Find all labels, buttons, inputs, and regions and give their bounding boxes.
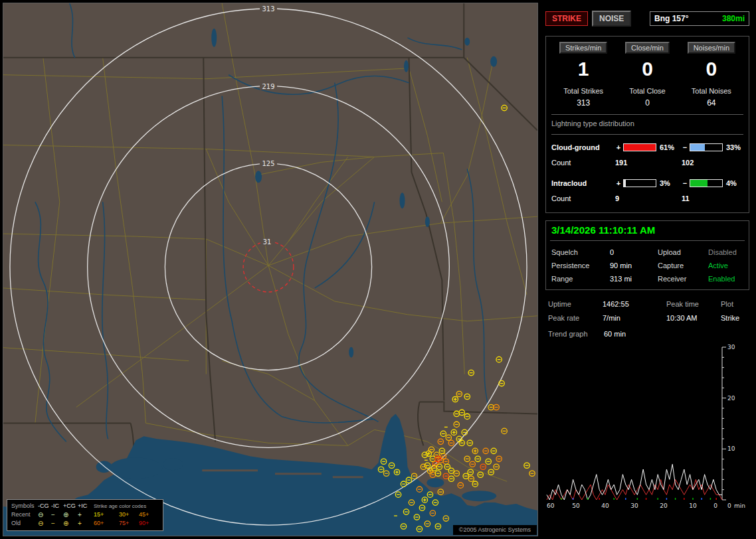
range-ring-label: 125 [262, 160, 274, 167]
strike-marker [524, 463, 529, 468]
persistence-value: 90 min [610, 262, 658, 270]
ic-negative-pct: 4% [723, 179, 747, 187]
strike-marker [475, 456, 480, 461]
strike-marker [452, 396, 458, 402]
strike-marker [470, 461, 475, 467]
range-ring-labels: 313 219 125 31 [260, 5, 277, 246]
trend-graph-value: 60 min [604, 330, 747, 338]
sidebar: STRIKE NOISE Bng 157° 380mi Strikes/min … [541, 3, 753, 536]
strike-marker [440, 431, 446, 436]
strike-marker [468, 370, 474, 375]
age-code: 15+ [94, 510, 119, 519]
cg-negative-count: 102 [680, 159, 747, 167]
strike-marker [496, 356, 502, 362]
strike-marker [456, 391, 462, 396]
datetime-display: 3/14/2026 11:10:11 AM [550, 221, 745, 241]
strike-marker [468, 476, 474, 481]
cg-positive-bar [623, 143, 656, 151]
age-code: 75+ [119, 519, 139, 528]
legend-row-label: Recent [11, 510, 38, 519]
strike-marker [454, 422, 459, 427]
rates-grid: Strikes/min 1 Total Strikes 313 Close/mi… [551, 42, 743, 108]
water-layer [3, 29, 537, 536]
cg-positive-bar-fill [624, 144, 656, 151]
strike-toggle-button[interactable]: STRIKE [545, 11, 588, 26]
legend-col-neg-ic: -IC [51, 502, 63, 510]
copyright-notice: ©2005 Astrogenic Systems [453, 525, 537, 535]
range-ring-label: 313 [262, 5, 274, 13]
strike-marker [430, 472, 435, 477]
total-strikes-label: Total Strikes [551, 87, 615, 95]
strike-marker [483, 448, 488, 453]
pos-cg-recent-icon: ⊕ [63, 510, 78, 519]
close-per-min-column: Close/min 0 Total Close 0 [615, 42, 679, 108]
strike-marker [440, 453, 446, 459]
range-ring-label: 219 [262, 83, 274, 90]
strike-marker [502, 428, 507, 433]
total-close-value: 0 [615, 98, 679, 108]
status-panel: 3/14/2026 11:10:11 AM Squelch 0 Upload D… [545, 220, 749, 290]
neg-cg-old-icon: ⊖ [38, 519, 51, 528]
receiver-value: Enabled [708, 275, 743, 283]
ic-positive-bar [623, 179, 656, 187]
trend-graph-label: Trend graph [548, 330, 604, 338]
strike-marker [438, 489, 443, 495]
persistence-label: Persistence [551, 262, 610, 270]
peak-rate-value: 7/min [603, 314, 666, 322]
strike-marker [463, 473, 468, 479]
neg-ic-old-icon: − [51, 519, 63, 528]
strike-marker [472, 481, 478, 487]
total-noises-label: Total Noises [680, 87, 743, 95]
distribution-title: Lightning type distribution [551, 119, 743, 127]
ic-negative-bar [690, 179, 723, 187]
statistics-panel: Strikes/min 1 Total Strikes 313 Close/mi… [545, 36, 749, 213]
strike-marker [468, 469, 473, 475]
range-ring-label: 31 [263, 238, 272, 246]
minus-sign: − [680, 179, 690, 187]
age-code: 90+ [139, 519, 159, 528]
strike-marker [529, 471, 535, 476]
total-noises-value: 64 [680, 98, 743, 108]
divider [551, 134, 743, 135]
trend-graph-canvas: 3020100min6050403020100 [545, 345, 746, 513]
strike-marker [496, 456, 502, 461]
strike-marker [494, 404, 499, 410]
pos-cg-old-icon: ⊕ [63, 519, 78, 528]
strike-marker [448, 476, 454, 481]
age-code: 45+ [139, 510, 159, 519]
strike-marker [438, 439, 443, 444]
noise-toggle-button[interactable]: NOISE [592, 11, 631, 27]
strike-marker [435, 471, 440, 476]
range-setting-value: 313 mi [610, 275, 658, 283]
svg-text:30: 30 [727, 345, 735, 350]
bearing-range-display: Bng 157° 380mi [650, 11, 749, 26]
strike-marker [467, 440, 472, 445]
bearing-value: Bng 157° [654, 14, 688, 23]
count-label: Count [551, 159, 614, 167]
strike-marker [480, 464, 486, 469]
cg-positive-pct: 61% [656, 143, 680, 151]
upload-label: Upload [658, 248, 708, 256]
plus-sign: + [614, 179, 623, 187]
mode-controls: STRIKE NOISE Bng 157° 380mi [545, 11, 749, 27]
strike-marker [502, 105, 507, 110]
age-code: 30+ [119, 510, 139, 519]
svg-text:10: 10 [689, 502, 697, 509]
trend-graph: 3020100min6050403020100 [545, 345, 749, 513]
ic-negative-bar-fill [690, 180, 708, 187]
svg-text:40: 40 [601, 502, 609, 509]
cloud-ground-count-row: Count 191 102 [551, 155, 743, 170]
neg-cg-recent-icon: ⊖ [38, 510, 51, 519]
legend-col-pos-ic: +IC [78, 502, 94, 510]
settings-grid: Squelch 0 Upload Disabled Persistence 90… [550, 247, 745, 284]
strike-marker [478, 472, 483, 477]
ic-positive-bar-fill [624, 180, 626, 187]
neg-ic-recent-icon: − [51, 510, 63, 519]
intracloud-count-row: Count 9 11 [551, 191, 743, 206]
capture-value: Active [708, 262, 743, 270]
total-close-label: Total Close [615, 87, 679, 95]
noises-per-min-label: Noises/min [688, 42, 735, 54]
svg-text:20: 20 [660, 502, 668, 509]
divider [551, 114, 743, 115]
squelch-label: Squelch [551, 248, 610, 256]
